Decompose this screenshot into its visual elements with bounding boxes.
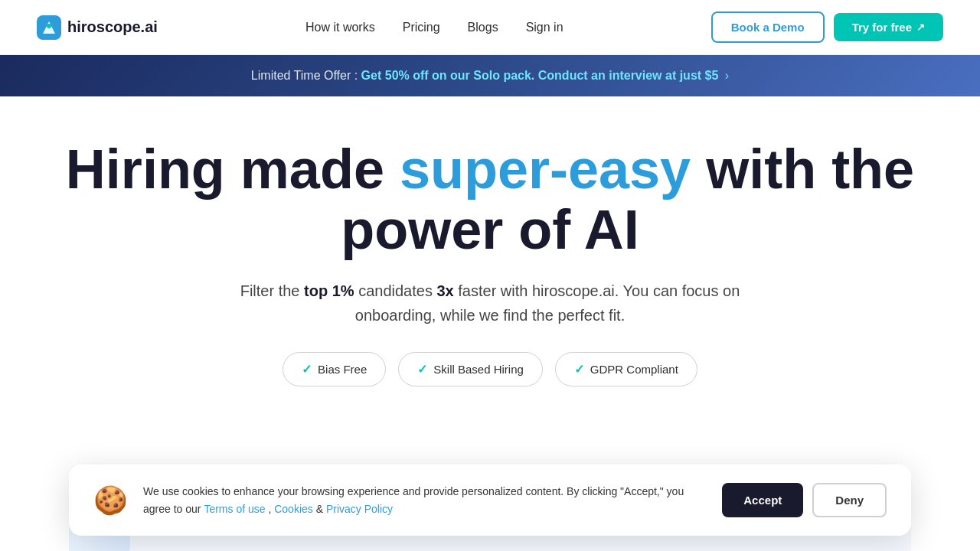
privacy-policy-link[interactable]: Privacy Policy bbox=[326, 503, 393, 515]
badge-gdpr: ✓ GDPR Compliant bbox=[555, 352, 697, 386]
svg-point-2 bbox=[47, 24, 51, 28]
external-link-icon: ↗ bbox=[916, 21, 925, 33]
banner-label-text: Limited Time Offer : bbox=[251, 69, 358, 82]
check-icon-gdpr: ✓ bbox=[574, 362, 584, 377]
feature-badges: ✓ Bias Free ✓ Skill Based Hiring ✓ GDPR … bbox=[37, 352, 943, 386]
cookie-accept-button[interactable]: Accept bbox=[722, 483, 803, 517]
nav-blogs[interactable]: Blogs bbox=[468, 21, 498, 34]
hero-subtitle: Filter the top 1% candidates 3x faster w… bbox=[222, 279, 758, 328]
cookie-banner: 🍪 We use cookies to enhance your browsin… bbox=[69, 465, 911, 536]
badge-bias-free: ✓ Bias Free bbox=[283, 352, 386, 386]
badge-skill-based: ✓ Skill Based Hiring bbox=[398, 352, 543, 386]
book-demo-button[interactable]: Book a Demo bbox=[711, 11, 825, 43]
nav-pricing[interactable]: Pricing bbox=[403, 21, 440, 34]
logo-icon bbox=[37, 15, 61, 40]
nav-sign-in[interactable]: Sign in bbox=[526, 21, 564, 34]
try-free-button[interactable]: Try for free ↗ bbox=[834, 13, 943, 41]
cookie-text: We use cookies to enhance your browsing … bbox=[143, 483, 707, 517]
nav-how-it-works[interactable]: How it works bbox=[305, 21, 375, 34]
check-icon-bias-free: ✓ bbox=[302, 362, 312, 377]
hero-section: Hiring made super-easy with the power of… bbox=[0, 96, 980, 435]
terms-of-use-link[interactable]: Terms of use bbox=[204, 503, 265, 515]
hero-headline: Hiring made super-easy with the power of… bbox=[37, 139, 943, 260]
cookie-icon: 🍪 bbox=[93, 484, 128, 517]
cookies-link[interactable]: Cookies bbox=[274, 503, 313, 515]
cookie-deny-button[interactable]: Deny bbox=[812, 483, 887, 517]
cookie-actions: Accept Deny bbox=[722, 483, 887, 517]
logo-text: hiroscope.ai bbox=[67, 18, 158, 36]
promo-banner: Limited Time Offer : Get 50% off on our … bbox=[0, 55, 980, 96]
banner-offer-link[interactable]: Get 50% off on our Solo pack. Conduct an… bbox=[361, 69, 719, 82]
banner-chevron-icon: › bbox=[725, 69, 729, 82]
logo[interactable]: hiroscope.ai bbox=[37, 15, 158, 40]
check-icon-skill-based: ✓ bbox=[417, 362, 427, 377]
